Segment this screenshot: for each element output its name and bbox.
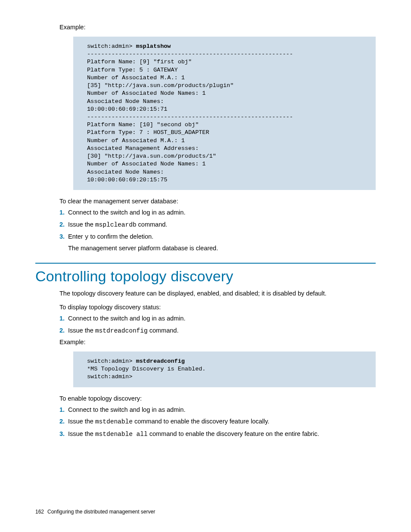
list-item: Enter y to confirm the deletion. [59,232,376,242]
list-item: Issue the mstdreadconfig command. [59,326,376,336]
step-text-a: Issue the [68,221,95,228]
display-steps: Connect to the switch and log in as admi… [59,314,376,336]
example-label-1: Example: [59,24,376,31]
step-text: Connect to the switch and log in as admi… [68,406,185,413]
code-command: mstdreadconfig [136,358,184,364]
step-text-b: to confirm the deletion. [88,233,153,240]
inline-code: msplcleardb [95,221,137,228]
page: Example: switch:admin> msplatshow ------… [0,0,411,532]
example-label-2: Example: [59,339,376,345]
step-text-a: Enter [68,233,85,240]
list-item: Connect to the switch and log in as admi… [59,405,376,415]
code-prompt: switch:admin> [87,43,136,50]
inline-code: mstdreadconfig [95,327,148,334]
step-result: The management server platform database … [68,245,376,252]
clear-db-steps: Connect to the switch and log in as admi… [59,208,376,242]
inline-code: mstdenable [95,418,133,425]
step-text-b: command. [148,327,179,334]
step-text-b: command to enable the discovery feature … [148,430,319,437]
page-number: 162 [35,509,44,515]
list-item: Issue the msplcleardb command. [59,220,376,230]
enable-steps: Connect to the switch and log in as admi… [59,405,376,439]
chapter-title: Configuring the distributed management s… [47,509,155,515]
code-command: msplatshow [136,43,171,50]
clear-db-intro: To clear the management server database: [59,198,376,205]
inline-code: mstdenable all [95,431,148,438]
section-rule [35,263,376,264]
step-text: Connect to the switch and log in as admi… [68,209,185,216]
list-item: Issue the mstdenable command to enable t… [59,417,376,427]
page-footer: 162Configuring the distributed managemen… [35,509,155,515]
code-prompt: switch:admin> [87,358,136,364]
step-text-b: command. [137,221,168,228]
step-text-a: Issue the [68,418,95,425]
code-body: *MS Topology Discovery is Enabled. switc… [87,366,206,380]
step-text-a: Issue the [68,430,95,437]
step-text: Connect to the switch and log in as admi… [68,315,185,322]
list-item: Connect to the switch and log in as admi… [59,314,376,324]
step-text-a: Issue the [68,327,95,334]
list-item: Issue the mstdenable all command to enab… [59,429,376,439]
display-status-intro: To display topology discovery status: [59,304,376,311]
enable-intro: To enable topology discovery: [59,395,376,402]
step-text-b: command to enable the discovery feature … [133,418,269,425]
section-intro: The topology discovery feature can be di… [59,289,376,298]
section-title: Controlling topology discovery [35,268,376,285]
code-block-mstdreadconfig: switch:admin> mstdreadconfig *MS Topolog… [73,352,376,387]
code-body: ----------------------------------------… [87,51,293,183]
list-item: Connect to the switch and log in as admi… [59,208,376,218]
code-block-msplatshow: switch:admin> msplatshow ---------------… [73,37,376,190]
